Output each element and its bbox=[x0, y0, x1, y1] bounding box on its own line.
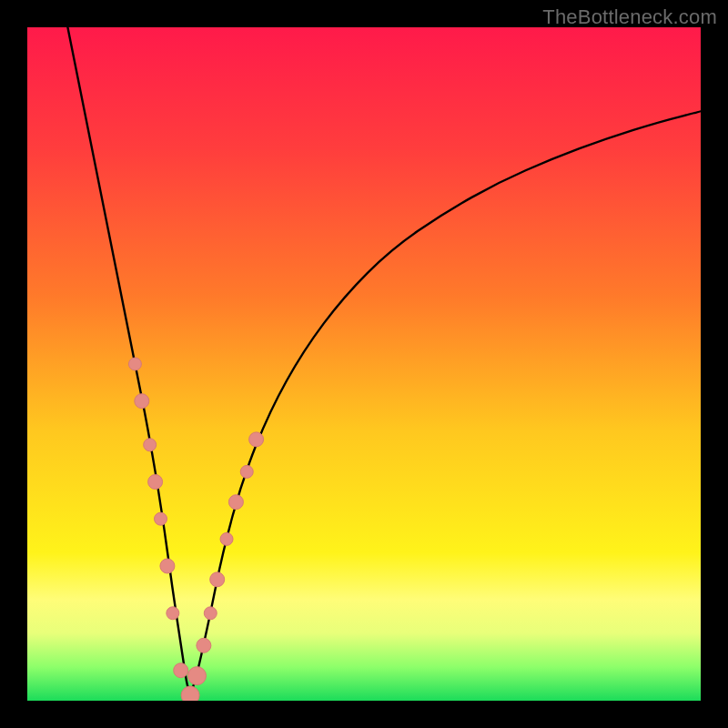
highlight-dot bbox=[160, 559, 175, 573]
highlight-dot bbox=[240, 465, 253, 478]
highlight-dot bbox=[128, 358, 141, 370]
highlight-dot bbox=[181, 686, 199, 701]
highlight-dot bbox=[249, 432, 264, 447]
highlight-dot bbox=[174, 663, 188, 678]
plot-area bbox=[27, 27, 701, 701]
bottleneck-chart-svg bbox=[27, 27, 701, 701]
highlight-dot bbox=[155, 512, 167, 525]
highlight-dot bbox=[187, 667, 206, 685]
highlight-dot bbox=[144, 439, 157, 451]
highlight-dot bbox=[148, 475, 163, 490]
highlight-dot bbox=[220, 532, 233, 545]
watermark-text: TheBottleneck.com bbox=[542, 5, 717, 29]
highlight-dot bbox=[167, 607, 179, 620]
highlight-dot bbox=[197, 638, 211, 652]
highlight-dot bbox=[210, 572, 225, 587]
highlight-dot bbox=[135, 394, 149, 409]
highlight-dot bbox=[204, 607, 217, 620]
chart-frame: TheBottleneck.com bbox=[0, 0, 728, 728]
highlight-dot bbox=[228, 495, 243, 510]
